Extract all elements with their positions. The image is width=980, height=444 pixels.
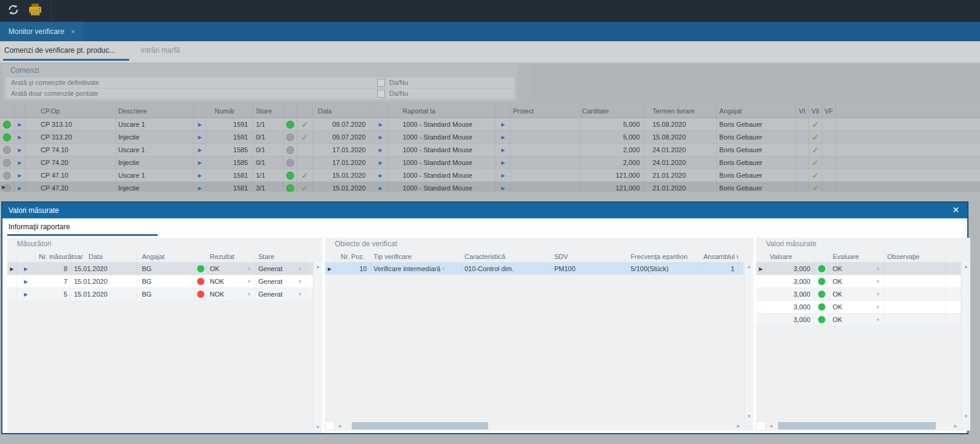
- detail-arrow-icon[interactable]: ▶: [24, 292, 27, 297]
- evaluare-dropdown[interactable]: OK▾: [829, 263, 885, 275]
- print-button[interactable]: [27, 3, 44, 19]
- col-termen-livrare[interactable]: Termen livrare: [644, 104, 717, 118]
- list-item[interactable]: ▶ 7 15.01.2020 BG NOK▾ Generat▾: [7, 275, 322, 288]
- scroll-left-icon[interactable]: ◄: [766, 421, 776, 431]
- horizontal-scrollbar[interactable]: ◄ ►: [756, 421, 961, 431]
- link-arrow-icon[interactable]: ▶: [198, 122, 201, 127]
- col-observatie[interactable]: Observaţie: [885, 251, 945, 262]
- scroll-right-icon[interactable]: ►: [951, 421, 961, 431]
- scroll-thumb[interactable]: [352, 422, 488, 429]
- col-angajat[interactable]: Angajat: [717, 104, 796, 118]
- detail-arrow-icon[interactable]: ▶: [18, 147, 21, 153]
- stare-dropdown[interactable]: Generat▾: [255, 275, 306, 288]
- chevron-down-icon[interactable]: ▾: [876, 317, 879, 323]
- rezultat-dropdown[interactable]: NOK▾: [206, 288, 255, 300]
- col-tip-verificare[interactable]: Tip verificare: [371, 251, 462, 262]
- chevron-down-icon[interactable]: ▾: [247, 291, 250, 297]
- refresh-button[interactable]: [5, 3, 22, 19]
- col-nr-masuratoare[interactable]: Nr. măsurătoar: [35, 251, 70, 262]
- checkbox-definitivate[interactable]: [377, 79, 385, 87]
- tab-intrari-marfa[interactable]: Intrări marfă: [141, 41, 180, 59]
- detail-arrow-icon[interactable]: ▶: [18, 186, 21, 191]
- list-item[interactable]: 3,000 OK▾: [756, 275, 961, 288]
- link-arrow-icon[interactable]: ▶: [501, 135, 505, 140]
- scroll-right-icon[interactable]: ►: [734, 421, 743, 431]
- chevron-down-icon[interactable]: ▾: [298, 278, 301, 284]
- col-data[interactable]: Data: [313, 104, 374, 118]
- stare-dropdown[interactable]: Generat▾: [255, 288, 306, 300]
- link-arrow-icon[interactable]: ▶: [378, 122, 382, 127]
- link-arrow-icon[interactable]: ▶: [198, 147, 201, 153]
- col-descriere[interactable]: Descriere: [116, 104, 194, 118]
- tab-close-icon[interactable]: ×: [71, 28, 75, 35]
- scroll-track[interactable]: [344, 421, 734, 431]
- tab-comenzi-verificare[interactable]: Comenzi de verificare pt. produc...: [4, 41, 115, 59]
- scroll-thumb[interactable]: [778, 422, 936, 429]
- rezultat-dropdown[interactable]: NOK▾: [206, 275, 255, 288]
- chevron-down-icon[interactable]: ▾: [876, 291, 879, 297]
- table-row[interactable]: ▶ CP 74.10 Uscare 1 ▶ 1585 0/1 17.01.202…: [0, 144, 980, 156]
- link-arrow-icon[interactable]: ▶: [501, 147, 505, 153]
- chevron-down-icon[interactable]: ▾: [298, 291, 301, 297]
- chevron-down-icon[interactable]: ▾: [876, 266, 879, 272]
- stare-dropdown[interactable]: Generat▾: [255, 263, 306, 275]
- col-sdv[interactable]: SDV: [547, 251, 626, 262]
- col-nr-poz[interactable]: Nr. Poz.: [335, 251, 371, 262]
- link-arrow-icon[interactable]: ▶: [378, 173, 382, 178]
- col-valoare[interactable]: Valoare: [766, 251, 814, 262]
- col-stare[interactable]: Stare: [255, 251, 306, 262]
- col-cantitate[interactable]: Cantitate: [581, 104, 644, 118]
- link-arrow-icon[interactable]: ▶: [378, 147, 382, 153]
- link-arrow-icon[interactable]: ▶: [501, 160, 505, 166]
- link-arrow-icon[interactable]: ▶: [198, 135, 201, 140]
- checkbox-pontate[interactable]: [377, 90, 385, 98]
- chevron-down-icon[interactable]: ▾: [298, 266, 301, 272]
- table-row[interactable]: ▶ CP 47.10 Uscare 1 ▶ 1581 1/1 ✓ 15.01.2…: [0, 169, 980, 182]
- tab-monitor-verificare[interactable]: Monitor verificare ×: [0, 22, 83, 41]
- evaluare-dropdown[interactable]: OK▾: [829, 275, 885, 288]
- col-data[interactable]: Data: [70, 251, 137, 262]
- list-item-selected[interactable]: ▶ ▶ 8 15.01.2020 BG OK▾ Generat▾: [7, 263, 322, 275]
- list-item-selected[interactable]: ▶ 10 Verificare intermediară▾ 010-Contro…: [325, 263, 743, 275]
- evaluare-dropdown[interactable]: OK▾: [829, 301, 885, 313]
- detail-arrow-icon[interactable]: ▶: [18, 160, 21, 166]
- col-angajat[interactable]: Angajat: [137, 251, 195, 262]
- link-arrow-icon[interactable]: ▶: [198, 173, 201, 178]
- col-frecventa[interactable]: Frecvenţa eşantion: [626, 251, 699, 262]
- col-raportat-la[interactable]: Raportat la: [388, 104, 496, 118]
- col-evaluare[interactable]: Evaluare: [829, 251, 885, 262]
- detail-arrow-icon[interactable]: ▶: [24, 279, 27, 284]
- detail-arrow-icon[interactable]: ▶: [18, 135, 21, 140]
- dialog-titlebar[interactable]: Valori măsurate: [2, 203, 967, 218]
- evaluare-dropdown[interactable]: OK▾: [829, 288, 885, 300]
- list-item[interactable]: 3,000 OK▾: [756, 288, 961, 301]
- vertical-scrollbar[interactable]: ▲ ▼: [961, 262, 970, 421]
- scroll-track[interactable]: [776, 421, 951, 431]
- detail-arrow-icon[interactable]: ▶: [18, 122, 21, 127]
- scroll-down-icon[interactable]: ▼: [964, 414, 968, 419]
- col-numar[interactable]: Număr: [206, 104, 253, 118]
- list-item[interactable]: ▶ 5 15.01.2020 BG NOK▾ Generat▾: [7, 288, 322, 301]
- detail-arrow-icon[interactable]: ▶: [18, 173, 21, 178]
- scroll-down-icon[interactable]: ▼: [747, 414, 751, 419]
- evaluare-dropdown[interactable]: OK▾: [829, 314, 885, 326]
- vertical-scrollbar[interactable]: ▲ ▼: [313, 262, 322, 432]
- col-vii[interactable]: VIi: [809, 104, 822, 118]
- col-vf[interactable]: VF: [822, 104, 836, 118]
- table-row[interactable]: ▶ CP 313.20 Injectie ▶ 1591 0/1 ✓ 09.07.…: [0, 131, 980, 144]
- scroll-up-icon[interactable]: ▲: [964, 264, 968, 269]
- link-arrow-icon[interactable]: ▶: [501, 122, 505, 127]
- link-arrow-icon[interactable]: ▶: [198, 160, 201, 166]
- detail-arrow-icon[interactable]: ▶: [24, 266, 27, 272]
- chevron-down-icon[interactable]: ▾: [876, 304, 879, 310]
- link-arrow-icon[interactable]: ▶: [378, 135, 382, 140]
- list-item[interactable]: 3,000 OK▾: [756, 301, 961, 314]
- col-vi[interactable]: VI: [796, 104, 809, 118]
- link-arrow-icon[interactable]: ▶: [378, 186, 382, 191]
- chevron-down-icon[interactable]: ▾: [442, 266, 445, 272]
- col-stare[interactable]: Stare: [253, 104, 284, 118]
- link-arrow-icon[interactable]: ▶: [198, 186, 201, 191]
- col-cp-op[interactable]: CP.Op: [25, 104, 116, 118]
- table-row[interactable]: ▶ CP 74.20 Injectie ▶ 1585 0/1 17.01.202…: [0, 156, 980, 169]
- col-proiect[interactable]: Proiect: [511, 104, 581, 118]
